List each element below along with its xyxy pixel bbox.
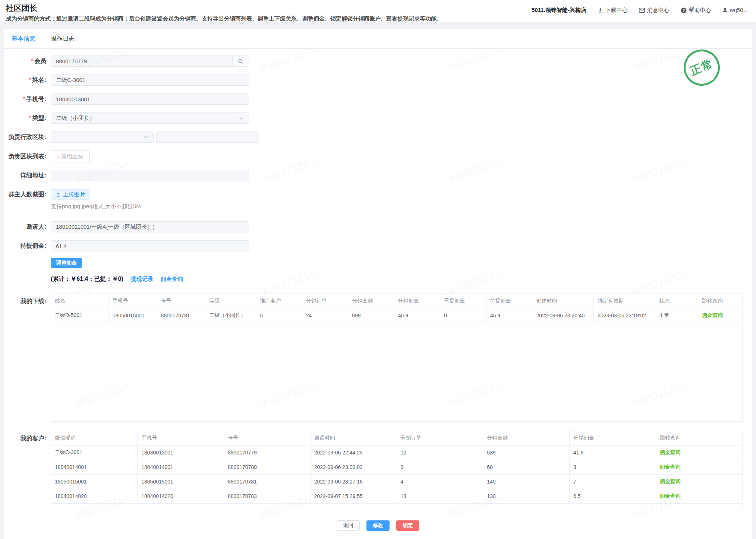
column-header: 分销佣金 — [394, 294, 440, 308]
help-icon: ? — [681, 7, 687, 13]
table-cell: 2022-09-06 23:17:16 — [310, 475, 397, 489]
column-header: 微信昵称 — [51, 431, 138, 446]
district-extra-input[interactable] — [156, 131, 259, 143]
store-name: 5011.领锋智能-兴梅店 — [532, 7, 586, 14]
column-header: 分销金额 — [348, 294, 394, 308]
table-cell: 18040014020 — [138, 489, 224, 504]
table-cell: 41.9 — [570, 446, 656, 460]
column-header: 推广客户 — [256, 294, 302, 308]
table-cell: 130 — [483, 489, 570, 504]
commission-query-link[interactable]: 佣金查询 — [660, 464, 681, 470]
user-menu[interactable]: wrj50... — [722, 7, 748, 13]
modify-button[interactable]: 修改 — [366, 520, 390, 531]
user-icon — [722, 7, 728, 13]
chevron-down-icon — [239, 116, 244, 121]
district-select[interactable] — [51, 131, 154, 143]
customers-table: 微信昵称手机号卡号邀请时间分销订单分销金额分销佣金跳转查询 二级C-300118… — [51, 431, 743, 509]
page-subtitle: 成为分销商的方式：通过邀请二维码成为分销商；后台创建设置会员为分销商。支持导出分… — [6, 15, 442, 22]
column-header: 分销订单 — [397, 431, 483, 446]
inviter-label: 邀请人: — [4, 221, 51, 232]
message-center-label: 消息中心 — [647, 7, 670, 14]
type-select-value: 二级（小团长） — [56, 115, 95, 122]
tab-operation-log[interactable]: 操作日志 — [43, 29, 82, 48]
withdraw-records-link[interactable]: 提现记录 — [131, 276, 153, 283]
table-cell: 8800170780 — [224, 460, 311, 475]
add-block-button[interactable]: + 新增区块 — [51, 150, 90, 162]
type-label: *类型: — [4, 112, 51, 124]
main-card: 基本信息 操作日志 *会员 8800170779 *姓名: 二级C-3001 *… — [4, 29, 752, 539]
table-cell: 二级C-3001 — [51, 446, 138, 460]
tab-bar: 基本信息 操作日志 — [4, 29, 752, 49]
address-label: 详细地址: — [4, 170, 51, 181]
required-mark: * — [31, 58, 33, 64]
download-center-label: 下载中心 — [605, 7, 628, 14]
pending-commission-input[interactable]: 61.4 — [51, 240, 249, 251]
table-cell: 佣金查询 — [656, 446, 742, 460]
search-icon — [238, 58, 243, 64]
table-row: 二级C-30011803001300188001707792022-09-06 … — [51, 446, 742, 460]
column-header: 跳转查询 — [656, 431, 742, 446]
upload-image-button[interactable]: 上传图片 — [51, 189, 90, 200]
table-cell: 140 — [483, 475, 570, 489]
lock-button[interactable]: 锁定 — [396, 520, 419, 531]
table-cell: 2022-09-07 15:29:55 — [310, 489, 397, 504]
table-cell: 18050015001 — [108, 308, 157, 323]
table-cell: 6.5 — [570, 489, 656, 504]
table-cell: 7 — [570, 475, 656, 489]
type-select[interactable]: 二级（小团长） — [51, 112, 249, 124]
table-cell: 二级（小团长） — [205, 308, 256, 323]
table-row: 180400140201804001402088001707832022-09-… — [51, 489, 742, 504]
column-header: 创建时间 — [532, 294, 594, 308]
adjust-commission-button[interactable]: 调整佣金 — [51, 258, 82, 268]
download-icon — [598, 7, 603, 13]
name-label: *姓名: — [4, 74, 51, 86]
commission-query-link[interactable]: 佣金查询 — [702, 312, 723, 318]
column-header: 姓名 — [51, 294, 108, 308]
upload-icon — [56, 192, 61, 197]
table-cell: 5 — [256, 308, 302, 323]
member-input[interactable]: 8800170779 — [51, 56, 233, 67]
address-input[interactable] — [51, 170, 249, 181]
upload-image-label: 上传图片 — [63, 191, 85, 198]
tab-basic-info[interactable]: 基本信息 — [4, 29, 43, 48]
name-input[interactable]: 二级C-3001 — [51, 74, 249, 86]
status-stamp-text: 正常 — [688, 56, 716, 79]
table-cell: 13 — [397, 489, 483, 504]
back-button[interactable]: 返回 — [337, 520, 360, 531]
downline-section: 我的下线: 姓名手机号卡号等级推广客户分销订单分销金额分销佣金已提佣金待提佣金创… — [4, 294, 752, 422]
table-cell: 2022-09-06 23:00:02 — [310, 460, 397, 475]
phone-input[interactable]: 18030013001 — [51, 93, 249, 105]
commission-query-link[interactable]: 佣金查询 — [660, 449, 681, 455]
downline-label: 我的下线: — [4, 294, 51, 307]
basic-info-form: *会员 8800170779 *姓名: 二级C-3001 *手机号: 18030… — [4, 49, 752, 531]
commission-query-link[interactable]: 佣金查询 — [660, 478, 681, 484]
member-label: *会员 — [4, 56, 51, 67]
table-cell: 18050015001 — [138, 475, 224, 489]
download-center-link[interactable]: 下载中心 — [598, 7, 628, 14]
commission-query-link[interactable]: 佣金查询 — [161, 276, 183, 283]
inviter-input[interactable]: 18010011001/一级A(一级（区域团长）) — [51, 221, 249, 232]
table-cell: 0 — [440, 308, 486, 323]
table-cell: 2022-09-06 23:20:40 — [532, 308, 594, 323]
column-header: 绑定有效期 — [594, 294, 655, 308]
message-center-link[interactable]: 消息中心 — [639, 7, 670, 14]
commission-query-link[interactable]: 佣金查询 — [660, 493, 681, 499]
column-header: 分销订单 — [302, 294, 348, 308]
column-header: 已提佣金 — [440, 294, 486, 308]
member-search-button[interactable] — [233, 56, 249, 67]
column-header: 分销佣金 — [570, 431, 656, 446]
help-center-link[interactable]: ? 帮助中心 — [681, 7, 711, 14]
add-block-label: 新增区块 — [61, 153, 84, 160]
table-cell: 24 — [302, 308, 348, 323]
column-header: 手机号 — [138, 431, 224, 446]
table-cell: 8800170783 — [224, 489, 311, 504]
table-cell: 佣金查询 — [656, 489, 742, 504]
table-cell: 18040014020 — [51, 489, 138, 504]
column-header: 卡号 — [224, 431, 311, 446]
table-cell: 8800170779 — [224, 446, 311, 460]
svg-text:?: ? — [682, 8, 684, 12]
customers-label: 我的客户: — [4, 431, 51, 444]
table-cell: 3 — [397, 460, 483, 475]
column-header: 手机号 — [108, 294, 157, 308]
table-cell: 46.9 — [394, 308, 440, 323]
